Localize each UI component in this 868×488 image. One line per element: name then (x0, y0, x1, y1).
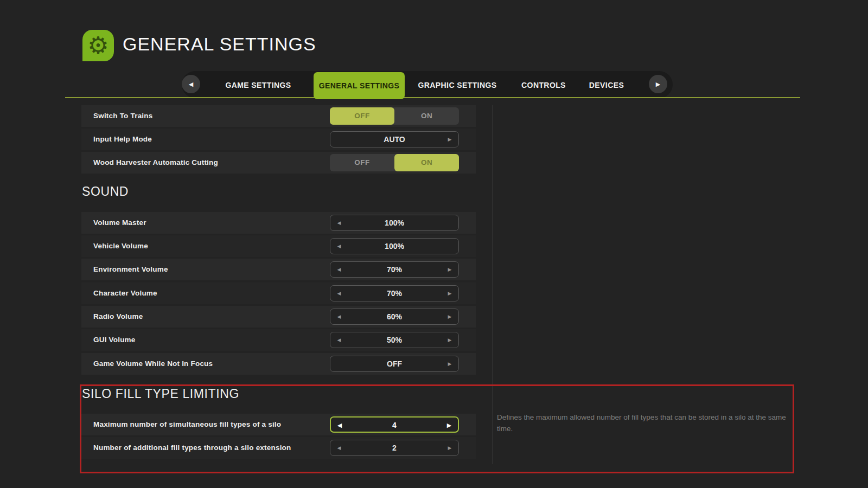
toggle-off-button[interactable]: OFF (330, 107, 394, 125)
volume-master-selector[interactable]: ◀ 100% ▶ (330, 215, 459, 231)
setting-row-wood-harvester: Wood Harvester Automatic Cutting OFF ON (81, 152, 476, 174)
page-title: GENERAL SETTINGS (123, 34, 316, 55)
silo-section-heading: SILO FILL TYPE LIMITING (82, 387, 239, 401)
increase-arrow-icon[interactable]: ▶ (443, 286, 456, 301)
selector-value: OFF (330, 356, 458, 371)
toggle-on-button[interactable]: ON (394, 154, 459, 171)
selector-value: AUTO (330, 132, 458, 147)
panel-divider (493, 105, 493, 464)
setting-row-switch-to-trains: Switch To Trains OFF ON (81, 105, 476, 127)
setting-row-gui-volume: GUI Volume ◀ 50% ▶ (81, 329, 476, 351)
tab-graphic-settings[interactable]: GRAPHIC SETTINGS (414, 72, 501, 98)
setting-row-input-help-mode: Input Help Mode ◀ AUTO ▶ (81, 129, 476, 150)
increase-arrow-icon[interactable]: ▶ (443, 440, 456, 455)
gui-volume-selector[interactable]: ◀ 50% ▶ (330, 332, 459, 348)
toggle-off-button[interactable]: OFF (330, 154, 394, 171)
selector-value: 2 (330, 440, 458, 455)
switch-to-trains-toggle[interactable]: OFF ON (330, 107, 459, 125)
tab-game-settings[interactable]: GAME SETTINGS (215, 72, 302, 98)
setting-row-extension-fill-types: Number of additional fill types through … (81, 437, 476, 459)
increase-arrow-icon[interactable]: ▶ (443, 262, 456, 277)
gear-icon: ⚙ (82, 30, 114, 61)
character-volume-selector[interactable]: ◀ 70% ▶ (330, 285, 459, 301)
setting-row-character-volume: Character Volume ◀ 70% ▶ (81, 282, 476, 304)
setting-label: Character Volume (93, 282, 157, 304)
setting-label: GUI Volume (93, 329, 136, 351)
increase-arrow-icon[interactable]: ▶ (443, 332, 456, 348)
tabs-prev-button[interactable]: ◀ (182, 75, 200, 93)
selector-value: 70% (330, 286, 458, 301)
increase-arrow-icon[interactable]: ▶ (443, 356, 456, 371)
max-fill-types-selector[interactable]: ◀ 4 ▶ (330, 416, 459, 433)
setting-label: Game Volume While Not In Focus (93, 353, 213, 375)
setting-row-environment-volume: Environment Volume ◀ 70% ▶ (81, 259, 476, 280)
selector-value: 60% (330, 309, 458, 324)
extension-fill-types-selector[interactable]: ◀ 2 ▶ (330, 440, 459, 456)
setting-label: Switch To Trains (93, 105, 152, 127)
selector-value: 70% (330, 262, 458, 277)
radio-volume-selector[interactable]: ◀ 60% ▶ (330, 309, 459, 325)
selector-value: 100% (330, 239, 458, 254)
setting-row-vehicle-volume: Vehicle Volume ◀ 100% ▶ (81, 235, 476, 257)
setting-row-volume-master: Volume Master ◀ 100% ▶ (81, 212, 476, 234)
environment-volume-selector[interactable]: ◀ 70% ▶ (330, 261, 459, 278)
setting-label: Radio Volume (93, 306, 143, 328)
input-help-mode-selector[interactable]: ◀ AUTO ▶ (330, 131, 459, 147)
selector-value: 50% (330, 332, 458, 348)
tab-devices[interactable]: DEVICES (573, 72, 640, 98)
selector-value: 4 (331, 418, 458, 432)
toggle-on-button[interactable]: ON (394, 107, 459, 125)
setting-row-max-fill-types: Maximum number of simultaneous fill type… (81, 414, 476, 435)
increase-arrow-icon[interactable]: ▶ (443, 132, 456, 147)
setting-row-game-volume-focus: Game Volume While Not In Focus ◀ OFF ▶ (81, 353, 476, 375)
tabs-next-button[interactable]: ▶ (649, 75, 667, 93)
general-settings-screen: ⚙ GENERAL SETTINGS ◀ ▶ GAME SETTINGS GEN… (0, 0, 868, 488)
wood-harvester-toggle[interactable]: OFF ON (330, 154, 459, 171)
tab-general-settings[interactable]: GENERAL SETTINGS (314, 72, 405, 99)
increase-arrow-icon[interactable]: ▶ (443, 309, 456, 324)
setting-label: Environment Volume (93, 259, 168, 280)
setting-label: Maximum number of simultaneous fill type… (93, 414, 281, 435)
setting-label: Volume Master (93, 212, 146, 234)
setting-label: Wood Harvester Automatic Cutting (93, 152, 218, 174)
setting-label: Vehicle Volume (93, 235, 148, 257)
selector-value: 100% (330, 215, 458, 230)
tab-controls[interactable]: CONTROLS (510, 72, 577, 98)
game-volume-focus-selector[interactable]: ◀ OFF ▶ (330, 356, 459, 372)
increase-arrow-icon[interactable]: ▶ (443, 418, 456, 433)
setting-label: Number of additional fill types through … (93, 437, 291, 459)
sound-section-heading: SOUND (82, 184, 129, 199)
setting-label: Input Help Mode (93, 129, 152, 150)
vehicle-volume-selector[interactable]: ◀ 100% ▶ (330, 238, 459, 254)
setting-description: Defines the maximum allowed number of fi… (497, 412, 798, 435)
setting-row-radio-volume: Radio Volume ◀ 60% ▶ (81, 306, 476, 328)
